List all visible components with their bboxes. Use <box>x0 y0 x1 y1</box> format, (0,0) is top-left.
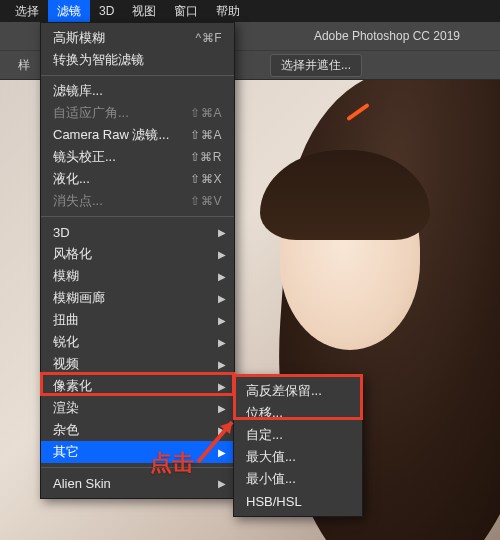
chevron-right-icon: ▶ <box>218 425 226 436</box>
chevron-right-icon: ▶ <box>218 315 226 326</box>
options-left-label: 样 <box>18 57 30 74</box>
menu-view[interactable]: 视图 <box>123 0 165 22</box>
menu-item-filter-gallery[interactable]: 滤镜库... <box>41 80 234 102</box>
menu-item-noise[interactable]: 杂色▶ <box>41 419 234 441</box>
menubar: 选择 滤镜 3D 视图 窗口 帮助 <box>0 0 500 22</box>
menu-item-3d[interactable]: 3D▶ <box>41 221 234 243</box>
menu-item-video[interactable]: 视频▶ <box>41 353 234 375</box>
menu-item-last-filter[interactable]: 高斯模糊^⌘F <box>41 27 234 49</box>
menu-item-liquify[interactable]: 液化...⇧⌘X <box>41 168 234 190</box>
menu-item-blur-gallery[interactable]: 模糊画廊▶ <box>41 287 234 309</box>
menu-item-render[interactable]: 渲染▶ <box>41 397 234 419</box>
menu-item-sharpen[interactable]: 锐化▶ <box>41 331 234 353</box>
submenu-item-offset[interactable]: 位移... <box>234 402 362 424</box>
menu-item-camera-raw[interactable]: Camera Raw 滤镜...⇧⌘A <box>41 124 234 146</box>
menu-filter[interactable]: 滤镜 <box>48 0 90 22</box>
chevron-right-icon: ▶ <box>218 478 226 489</box>
menu-item-lens-correction[interactable]: 镜头校正...⇧⌘R <box>41 146 234 168</box>
menu-item-pixelate[interactable]: 像素化▶ <box>41 375 234 397</box>
menu-item-stylize[interactable]: 风格化▶ <box>41 243 234 265</box>
chevron-right-icon: ▶ <box>218 403 226 414</box>
chevron-right-icon: ▶ <box>218 337 226 348</box>
menu-3d[interactable]: 3D <box>90 0 123 22</box>
submenu-item-maximum[interactable]: 最大值... <box>234 446 362 468</box>
menu-separator <box>41 216 234 217</box>
annotation-text: 点击 <box>150 448 194 478</box>
menu-item-alien-skin[interactable]: Alien Skin▶ <box>41 472 234 494</box>
chevron-right-icon: ▶ <box>218 227 226 238</box>
chevron-right-icon: ▶ <box>218 381 226 392</box>
filter-dropdown-menu: 高斯模糊^⌘F 转换为智能滤镜 滤镜库... 自适应广角...⇧⌘A Camer… <box>40 22 235 499</box>
chevron-right-icon: ▶ <box>218 293 226 304</box>
chevron-right-icon: ▶ <box>218 447 226 458</box>
menu-item-adaptive-wide-angle[interactable]: 自适应广角...⇧⌘A <box>41 102 234 124</box>
menu-separator <box>41 467 234 468</box>
chevron-right-icon: ▶ <box>218 249 226 260</box>
submenu-item-minimum[interactable]: 最小值... <box>234 468 362 490</box>
menu-item-convert-smart-filter[interactable]: 转换为智能滤镜 <box>41 49 234 71</box>
chevron-right-icon: ▶ <box>218 359 226 370</box>
other-submenu: 高反差保留... 位移... 自定... 最大值... 最小值... HSB/H… <box>233 375 363 517</box>
app-title: Adobe Photoshop CC 2019 <box>314 29 460 43</box>
menu-item-distort[interactable]: 扭曲▶ <box>41 309 234 331</box>
menu-select[interactable]: 选择 <box>6 0 48 22</box>
submenu-item-custom[interactable]: 自定... <box>234 424 362 446</box>
submenu-item-hsb-hsl[interactable]: HSB/HSL <box>234 490 362 512</box>
menu-item-vanishing-point[interactable]: 消失点...⇧⌘V <box>41 190 234 212</box>
menu-window[interactable]: 窗口 <box>165 0 207 22</box>
chevron-right-icon: ▶ <box>218 271 226 282</box>
submenu-item-high-pass[interactable]: 高反差保留... <box>234 380 362 402</box>
menu-item-blur[interactable]: 模糊▶ <box>41 265 234 287</box>
menu-item-other[interactable]: 其它▶ <box>41 441 234 463</box>
select-and-mask-button[interactable]: 选择并遮住... <box>270 54 362 77</box>
menu-help[interactable]: 帮助 <box>207 0 249 22</box>
menu-separator <box>41 75 234 76</box>
